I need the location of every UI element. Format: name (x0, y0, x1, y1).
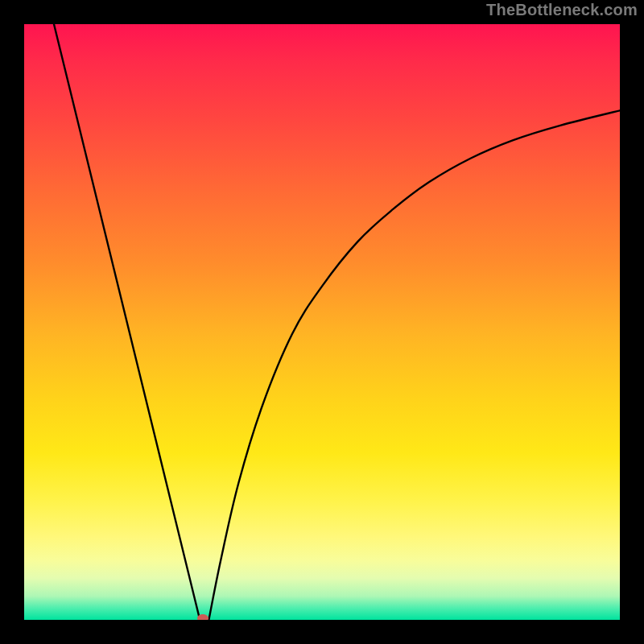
curve-right (208, 110, 620, 620)
watermark-text: TheBottleneck.com (486, 1, 638, 19)
plot-svg (24, 24, 620, 620)
plot-frame (24, 24, 620, 620)
curve-left-segment (54, 24, 200, 620)
chart-container: TheBottleneck.com (0, 0, 644, 644)
